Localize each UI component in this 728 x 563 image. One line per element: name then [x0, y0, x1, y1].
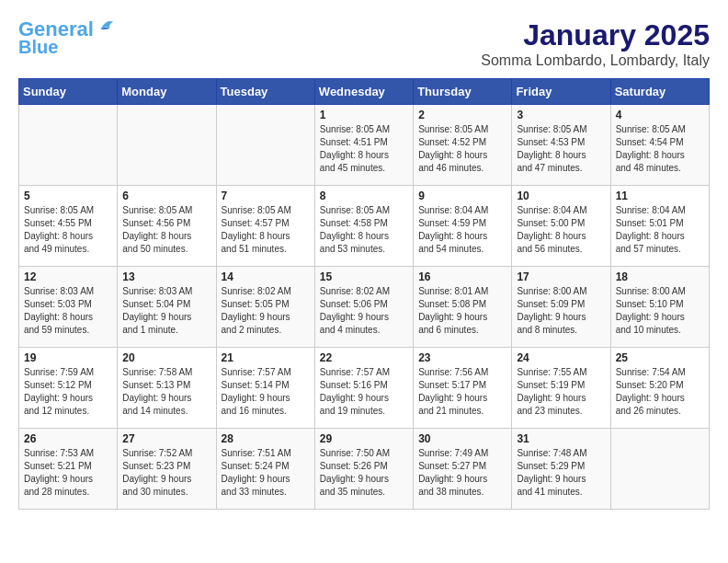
calendar-cell: [610, 429, 709, 510]
day-info: Sunrise: 7:53 AM Sunset: 5:21 PM Dayligh…: [24, 447, 112, 499]
day-number: 29: [320, 432, 408, 445]
calendar-cell: [118, 105, 216, 186]
calendar-week-5: 26Sunrise: 7:53 AM Sunset: 5:21 PM Dayli…: [19, 429, 710, 510]
weekday-header-friday: Friday: [512, 79, 610, 105]
weekday-header-saturday: Saturday: [610, 79, 709, 105]
calendar-week-3: 12Sunrise: 8:03 AM Sunset: 5:03 PM Dayli…: [19, 267, 710, 348]
day-info: Sunrise: 7:52 AM Sunset: 5:23 PM Dayligh…: [122, 447, 210, 499]
day-number: 19: [24, 351, 112, 364]
calendar-cell: 23Sunrise: 7:56 AM Sunset: 5:17 PM Dayli…: [414, 348, 512, 429]
logo: General Blue: [18, 18, 116, 57]
day-info: Sunrise: 7:57 AM Sunset: 5:16 PM Dayligh…: [320, 366, 408, 418]
calendar-cell: 10Sunrise: 8:04 AM Sunset: 5:00 PM Dayli…: [512, 186, 610, 267]
weekday-header-monday: Monday: [118, 79, 216, 105]
calendar-cell: [216, 105, 314, 186]
calendar-cell: 16Sunrise: 8:01 AM Sunset: 5:08 PM Dayli…: [414, 267, 512, 348]
calendar-cell: 29Sunrise: 7:50 AM Sunset: 5:26 PM Dayli…: [314, 429, 413, 510]
calendar-cell: 24Sunrise: 7:55 AM Sunset: 5:19 PM Dayli…: [512, 348, 610, 429]
logo-blue: Blue: [18, 37, 58, 57]
calendar-cell: [19, 105, 118, 186]
day-info: Sunrise: 8:03 AM Sunset: 5:04 PM Dayligh…: [122, 285, 210, 337]
calendar-cell: 27Sunrise: 7:52 AM Sunset: 5:23 PM Dayli…: [118, 429, 216, 510]
day-info: Sunrise: 8:05 AM Sunset: 4:52 PM Dayligh…: [418, 123, 506, 175]
weekday-header-wednesday: Wednesday: [314, 79, 413, 105]
day-info: Sunrise: 8:05 AM Sunset: 4:57 PM Dayligh…: [222, 204, 310, 256]
day-info: Sunrise: 8:00 AM Sunset: 5:09 PM Dayligh…: [517, 285, 605, 337]
day-number: 27: [122, 432, 210, 445]
day-number: 2: [418, 109, 506, 121]
day-info: Sunrise: 7:57 AM Sunset: 5:14 PM Dayligh…: [222, 366, 310, 418]
day-info: Sunrise: 7:50 AM Sunset: 5:26 PM Dayligh…: [320, 447, 408, 499]
calendar-cell: 20Sunrise: 7:58 AM Sunset: 5:13 PM Dayli…: [118, 348, 216, 429]
day-info: Sunrise: 8:03 AM Sunset: 5:03 PM Dayligh…: [24, 285, 112, 337]
day-info: Sunrise: 7:48 AM Sunset: 5:29 PM Dayligh…: [517, 447, 605, 499]
weekday-header-thursday: Thursday: [414, 79, 512, 105]
day-info: Sunrise: 8:02 AM Sunset: 5:05 PM Dayligh…: [222, 285, 310, 337]
day-number: 6: [122, 190, 210, 202]
title-block: January 2025 Somma Lombardo, Lombardy, I…: [481, 18, 710, 69]
day-info: Sunrise: 8:02 AM Sunset: 5:06 PM Dayligh…: [320, 285, 408, 337]
day-info: Sunrise: 7:55 AM Sunset: 5:19 PM Dayligh…: [517, 366, 605, 418]
day-number: 4: [616, 109, 704, 121]
calendar-table: SundayMondayTuesdayWednesdayThursdayFrid…: [18, 78, 710, 510]
day-info: Sunrise: 7:49 AM Sunset: 5:27 PM Dayligh…: [418, 447, 506, 499]
day-number: 11: [616, 190, 704, 202]
calendar-cell: 25Sunrise: 7:54 AM Sunset: 5:20 PM Dayli…: [610, 348, 709, 429]
weekday-header-tuesday: Tuesday: [216, 79, 314, 105]
calendar-cell: 3Sunrise: 8:05 AM Sunset: 4:53 PM Daylig…: [512, 105, 610, 186]
day-number: 16: [418, 270, 506, 283]
day-number: 31: [517, 432, 605, 445]
day-number: 9: [418, 190, 506, 202]
page-header: General Blue January 2025 Somma Lombardo…: [18, 18, 710, 69]
day-number: 22: [320, 351, 408, 364]
calendar-week-2: 5Sunrise: 8:05 AM Sunset: 4:55 PM Daylig…: [19, 186, 710, 267]
calendar-cell: 19Sunrise: 7:59 AM Sunset: 5:12 PM Dayli…: [19, 348, 118, 429]
logo-bird-icon: [96, 17, 116, 37]
day-number: 17: [517, 270, 605, 283]
day-info: Sunrise: 8:05 AM Sunset: 4:56 PM Dayligh…: [122, 204, 210, 256]
calendar-cell: 4Sunrise: 8:05 AM Sunset: 4:54 PM Daylig…: [610, 105, 709, 186]
day-info: Sunrise: 7:54 AM Sunset: 5:20 PM Dayligh…: [616, 366, 704, 418]
day-info: Sunrise: 8:05 AM Sunset: 4:55 PM Dayligh…: [24, 204, 112, 256]
day-info: Sunrise: 7:58 AM Sunset: 5:13 PM Dayligh…: [122, 366, 210, 418]
day-info: Sunrise: 8:05 AM Sunset: 4:51 PM Dayligh…: [320, 123, 408, 175]
day-number: 14: [222, 270, 310, 283]
calendar-cell: 14Sunrise: 8:02 AM Sunset: 5:05 PM Dayli…: [216, 267, 314, 348]
calendar-cell: 7Sunrise: 8:05 AM Sunset: 4:57 PM Daylig…: [216, 186, 314, 267]
day-number: 12: [24, 270, 112, 283]
day-info: Sunrise: 7:59 AM Sunset: 5:12 PM Dayligh…: [24, 366, 112, 418]
day-number: 5: [24, 190, 112, 202]
day-number: 26: [24, 432, 112, 445]
day-number: 7: [222, 190, 310, 202]
day-number: 24: [517, 351, 605, 364]
calendar-cell: 13Sunrise: 8:03 AM Sunset: 5:04 PM Dayli…: [118, 267, 216, 348]
day-info: Sunrise: 8:01 AM Sunset: 5:08 PM Dayligh…: [418, 285, 506, 337]
day-info: Sunrise: 8:05 AM Sunset: 4:53 PM Dayligh…: [517, 123, 605, 175]
day-number: 8: [320, 190, 408, 202]
day-number: 28: [222, 432, 310, 445]
day-number: 30: [418, 432, 506, 445]
calendar-cell: 1Sunrise: 8:05 AM Sunset: 4:51 PM Daylig…: [314, 105, 413, 186]
day-number: 13: [122, 270, 210, 283]
day-info: Sunrise: 8:04 AM Sunset: 5:01 PM Dayligh…: [616, 204, 704, 256]
day-number: 18: [616, 270, 704, 283]
weekday-header-sunday: Sunday: [19, 79, 118, 105]
calendar-subtitle: Somma Lombardo, Lombardy, Italy: [481, 52, 710, 69]
day-number: 20: [122, 351, 210, 364]
day-info: Sunrise: 8:00 AM Sunset: 5:10 PM Dayligh…: [616, 285, 704, 337]
day-info: Sunrise: 8:05 AM Sunset: 4:54 PM Dayligh…: [616, 123, 704, 175]
day-info: Sunrise: 7:51 AM Sunset: 5:24 PM Dayligh…: [222, 447, 310, 499]
calendar-cell: 9Sunrise: 8:04 AM Sunset: 4:59 PM Daylig…: [414, 186, 512, 267]
calendar-cell: 12Sunrise: 8:03 AM Sunset: 5:03 PM Dayli…: [19, 267, 118, 348]
calendar-cell: 30Sunrise: 7:49 AM Sunset: 5:27 PM Dayli…: [414, 429, 512, 510]
calendar-cell: 6Sunrise: 8:05 AM Sunset: 4:56 PM Daylig…: [118, 186, 216, 267]
calendar-cell: 26Sunrise: 7:53 AM Sunset: 5:21 PM Dayli…: [19, 429, 118, 510]
day-info: Sunrise: 8:04 AM Sunset: 5:00 PM Dayligh…: [517, 204, 605, 256]
calendar-cell: 18Sunrise: 8:00 AM Sunset: 5:10 PM Dayli…: [610, 267, 709, 348]
day-info: Sunrise: 7:56 AM Sunset: 5:17 PM Dayligh…: [418, 366, 506, 418]
day-number: 25: [616, 351, 704, 364]
day-number: 21: [222, 351, 310, 364]
weekday-header-row: SundayMondayTuesdayWednesdayThursdayFrid…: [19, 79, 710, 105]
calendar-title: January 2025: [481, 18, 710, 52]
calendar-cell: 31Sunrise: 7:48 AM Sunset: 5:29 PM Dayli…: [512, 429, 610, 510]
